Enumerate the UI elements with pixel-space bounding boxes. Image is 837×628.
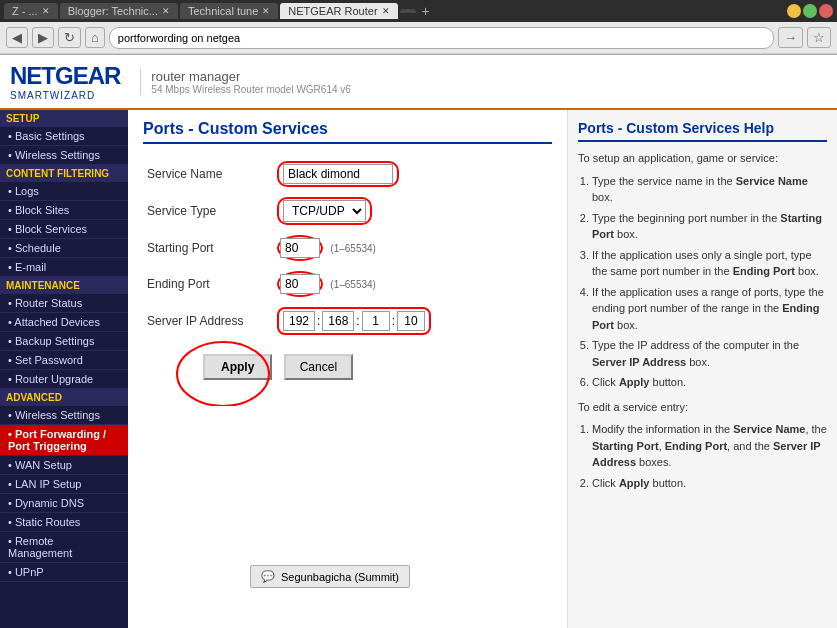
- help-intro: To setup an application, game or service…: [578, 150, 827, 167]
- starting-port-row: Starting Port (1–65534): [143, 230, 552, 266]
- sidebar-item-wireless-settings-advanced[interactable]: • Wireless Settings: [0, 406, 128, 425]
- ending-port-highlight: [277, 271, 323, 297]
- tab-netgear[interactable]: NETGEAR Router ✕: [280, 3, 397, 19]
- navigation-bar: ◀ ▶ ↻ ⌂ → ☆: [0, 22, 837, 54]
- minimize-button[interactable]: [787, 4, 801, 18]
- close-tab-z[interactable]: ✕: [42, 6, 50, 16]
- service-type-label: Service Type: [143, 192, 273, 230]
- sidebar-item-basic-settings[interactable]: • Basic Settings: [0, 127, 128, 146]
- service-name-row: Service Name: [143, 156, 552, 192]
- service-type-row: Service Type TCP/UDP TCP UDP: [143, 192, 552, 230]
- form-title: Ports - Custom Services: [143, 120, 552, 144]
- go-button[interactable]: →: [778, 27, 803, 48]
- sidebar-item-block-sites[interactable]: • Block Sites: [0, 201, 128, 220]
- tab-empty[interactable]: [400, 9, 416, 13]
- sidebar-item-attached-devices[interactable]: • Attached Devices: [0, 313, 128, 332]
- help-panel: Ports - Custom Services Help To setup an…: [567, 110, 837, 628]
- netgear-logo: NETGEAR SMARTWIZARD: [10, 62, 120, 101]
- smartwizard-label: SMARTWIZARD: [10, 90, 120, 101]
- apply-button[interactable]: Apply: [203, 354, 272, 380]
- starting-port-label: Starting Port: [143, 230, 273, 266]
- new-tab-button[interactable]: +: [422, 3, 430, 19]
- notification-popup: 💬 Segunbagicha (Summit): [250, 565, 410, 588]
- title-bar: Z - ... ✕ Blogger: Technic... ✕ Technica…: [0, 0, 837, 22]
- sidebar-item-dynamic-dns[interactable]: • Dynamic DNS: [0, 494, 128, 513]
- router-manager-label: router manager: [151, 69, 351, 84]
- ending-port-input[interactable]: [280, 274, 320, 294]
- sidebar-item-email[interactable]: • E-mail: [0, 258, 128, 277]
- ip-separator3: :: [392, 314, 395, 328]
- server-ip-cell: : : :: [273, 302, 552, 340]
- notification-icon: 💬: [261, 570, 275, 583]
- sidebar-item-lan-ip-setup[interactable]: • LAN IP Setup: [0, 475, 128, 494]
- close-tab-netgear[interactable]: ✕: [382, 6, 390, 16]
- service-name-cell: [273, 156, 552, 192]
- sidebar-item-static-routes[interactable]: • Static Routes: [0, 513, 128, 532]
- sidebar-section-setup: SETUP: [0, 110, 128, 127]
- sidebar-item-port-forwarding[interactable]: → • Port Forwarding / Port Triggering: [0, 425, 128, 456]
- ip-separator1: :: [317, 314, 320, 328]
- ending-port-label: Ending Port: [143, 266, 273, 302]
- server-ip-label: Server IP Address: [143, 302, 273, 340]
- router-info: router manager 54 Mbps Wireless Router m…: [140, 69, 351, 95]
- ip-octet1[interactable]: [283, 311, 315, 331]
- sidebar-item-block-services[interactable]: • Block Services: [0, 220, 128, 239]
- tab-z[interactable]: Z - ... ✕: [4, 3, 58, 19]
- sidebar-item-wireless-settings-setup[interactable]: • Wireless Settings: [0, 146, 128, 165]
- help-title: Ports - Custom Services Help: [578, 120, 827, 142]
- sidebar-item-set-password[interactable]: • Set Password: [0, 351, 128, 370]
- home-button[interactable]: ⌂: [85, 27, 105, 48]
- reload-button[interactable]: ↻: [58, 27, 81, 48]
- sidebar-section-maintenance: Maintenance: [0, 277, 128, 294]
- ip-octet4[interactable]: [397, 311, 425, 331]
- help-edit-section: To edit a service entry: Modify the info…: [578, 399, 827, 492]
- sidebar-item-upnp[interactable]: • UPnP: [0, 563, 128, 582]
- sidebar-item-remote-management[interactable]: • Remote Management: [0, 532, 128, 563]
- maximize-button[interactable]: [803, 4, 817, 18]
- close-tab-blogger[interactable]: ✕: [162, 6, 170, 16]
- address-bar[interactable]: [109, 27, 774, 49]
- tab-technical-tune[interactable]: Technical tune ✕: [180, 3, 278, 19]
- sidebar-item-router-status[interactable]: • Router Status: [0, 294, 128, 313]
- service-name-input[interactable]: [283, 164, 393, 184]
- server-ip-row: Server IP Address : : :: [143, 302, 552, 340]
- starting-port-input[interactable]: [280, 238, 320, 258]
- sidebar-item-schedule[interactable]: • Schedule: [0, 239, 128, 258]
- ending-port-row: Ending Port (1–65534): [143, 266, 552, 302]
- sidebar-section-content-filtering: Content Filtering: [0, 165, 128, 182]
- netgear-header: NETGEAR SMARTWIZARD router manager 54 Mb…: [0, 55, 837, 110]
- service-type-select[interactable]: TCP/UDP TCP UDP: [283, 200, 366, 222]
- ip-octet2[interactable]: [322, 311, 354, 331]
- starting-port-cell: (1–65534): [273, 230, 552, 266]
- close-button[interactable]: [819, 4, 833, 18]
- bookmark-button[interactable]: ☆: [807, 27, 831, 48]
- router-subtitle: 54 Mbps Wireless Router model WGR614 v6: [151, 84, 351, 95]
- sidebar-item-backup-settings[interactable]: • Backup Settings: [0, 332, 128, 351]
- app-container: NETGEAR SMARTWIZARD router manager 54 Mb…: [0, 55, 837, 628]
- starting-port-highlight: [277, 235, 323, 261]
- back-button[interactable]: ◀: [6, 27, 28, 48]
- sidebar-item-router-upgrade[interactable]: • Router Upgrade: [0, 370, 128, 389]
- cancel-button[interactable]: Cancel: [284, 354, 353, 380]
- help-edit-steps: Modify the information in the Service Na…: [578, 421, 827, 491]
- ending-port-hint: (1–65534): [330, 279, 376, 290]
- ip-separator2: :: [356, 314, 359, 328]
- server-ip-highlight: : : :: [277, 307, 431, 335]
- help-setup-steps: Type the service name in the Service Nam…: [578, 173, 827, 391]
- service-name-label: Service Name: [143, 156, 273, 192]
- starting-port-hint: (1–65534): [330, 243, 376, 254]
- sidebar-item-logs[interactable]: • Logs: [0, 182, 128, 201]
- button-container: Apply Cancel: [143, 354, 552, 380]
- sidebar-item-wan-setup[interactable]: • WAN Setup: [0, 456, 128, 475]
- form-area: Ports - Custom Services Service Name Ser…: [128, 110, 567, 628]
- sidebar: SETUP • Basic Settings • Wireless Settin…: [0, 110, 128, 628]
- content-area: SETUP • Basic Settings • Wireless Settin…: [0, 110, 837, 628]
- main-panel: Ports - Custom Services Service Name Ser…: [128, 110, 837, 628]
- window-controls: [787, 4, 833, 18]
- tab-blogger[interactable]: Blogger: Technic... ✕: [60, 3, 178, 19]
- form-table: Service Name Service Type TCP/: [143, 156, 552, 340]
- notification-label: Segunbagicha (Summit): [281, 571, 399, 583]
- ip-octet3[interactable]: [362, 311, 390, 331]
- forward-button[interactable]: ▶: [32, 27, 54, 48]
- close-tab-technical-tune[interactable]: ✕: [262, 6, 270, 16]
